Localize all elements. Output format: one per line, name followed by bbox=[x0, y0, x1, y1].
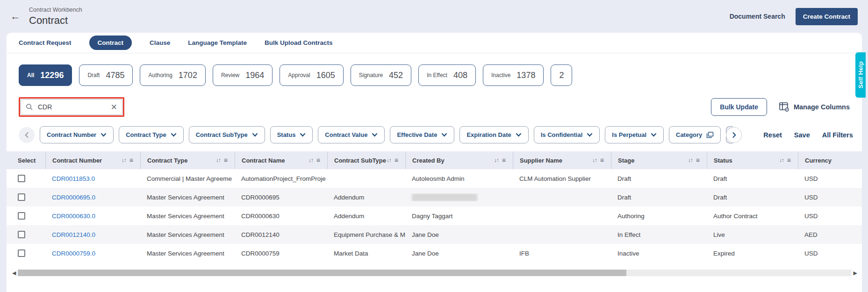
stage-cell: Draft bbox=[611, 194, 707, 201]
filter-pill-label: Effective Date bbox=[397, 131, 437, 138]
sort-icons: ↓↑≡ bbox=[779, 157, 798, 164]
stage-cell: Draft bbox=[611, 175, 707, 182]
created-by-cell: Dagny Taggart bbox=[405, 213, 513, 220]
contract-number-link[interactable]: CDR0012140.0 bbox=[52, 231, 95, 238]
sort-icon[interactable]: ↓↑ bbox=[494, 157, 499, 164]
tab-bar: Contract RequestContractClauseLanguage T… bbox=[7, 33, 862, 53]
document-search-link[interactable]: Document Search bbox=[730, 13, 785, 20]
tab-contract-request[interactable]: Contract Request bbox=[19, 39, 72, 46]
row-checkbox[interactable] bbox=[18, 249, 25, 257]
sort-icon[interactable]: ↓↑ bbox=[308, 157, 313, 164]
tab-clause[interactable]: Clause bbox=[150, 39, 170, 46]
sort-icon[interactable]: ↓↑ bbox=[779, 157, 784, 164]
filter-pill-label: Is Confidential bbox=[541, 131, 583, 138]
sort-icons: ↓↑≡ bbox=[592, 157, 611, 164]
filter-pill-label: Contract Value bbox=[325, 131, 367, 138]
column-menu-icon[interactable]: ≡ bbox=[129, 157, 133, 164]
sort-icon[interactable]: ↓↑ bbox=[592, 157, 597, 164]
self-help-tab[interactable]: Self Help bbox=[855, 52, 866, 98]
filter-pill-status[interactable]: Status bbox=[270, 126, 313, 143]
contract-number-link[interactable]: CDR0000695.0 bbox=[52, 194, 95, 201]
tab-language-template[interactable]: Language Template bbox=[188, 39, 247, 46]
status-chip-all[interactable]: All12296 bbox=[19, 64, 72, 86]
sort-icon[interactable]: ↓↑ bbox=[122, 157, 126, 164]
all-filters-button[interactable]: All Filters bbox=[822, 131, 853, 139]
column-menu-icon[interactable]: ≡ bbox=[502, 157, 506, 164]
status-chip-review[interactable]: Review1964 bbox=[213, 64, 273, 86]
column-header-label: Contract Number bbox=[52, 157, 102, 164]
currency-cell: AED bbox=[798, 231, 862, 238]
chip-count: 2 bbox=[559, 71, 564, 80]
row-checkbox[interactable] bbox=[18, 175, 25, 182]
row-checkbox[interactable] bbox=[18, 231, 25, 238]
status-chip-draft[interactable]: Draft4785 bbox=[79, 64, 133, 86]
filter-pill-expiration-date[interactable]: Expiration Date bbox=[459, 126, 528, 143]
tab-contract[interactable]: Contract bbox=[89, 36, 132, 50]
sort-icon[interactable]: ↓↑ bbox=[216, 157, 221, 164]
filter-pill-contract-number[interactable]: Contract Number bbox=[40, 126, 114, 143]
scrollbar-track[interactable] bbox=[18, 270, 851, 276]
contract-number-link[interactable]: CDR0000759.0 bbox=[52, 250, 95, 257]
status-chip-extra[interactable]: 2 bbox=[551, 64, 572, 86]
filter-pill-is-confidential[interactable]: Is Confidential bbox=[534, 126, 600, 143]
column-menu-icon[interactable]: ≡ bbox=[787, 157, 791, 164]
filter-pill-label: Expiration Date bbox=[466, 131, 511, 138]
status-cell: Live bbox=[707, 231, 798, 238]
status-chip-approval[interactable]: Approval1605 bbox=[280, 64, 343, 86]
breadcrumb: Contract Workbench bbox=[29, 7, 82, 13]
bulk-update-button[interactable]: Bulk Update bbox=[711, 98, 767, 116]
contract-type-cell: Master Services Agreement bbox=[140, 231, 235, 238]
filters-prev-button[interactable] bbox=[19, 127, 35, 143]
row-checkbox[interactable] bbox=[18, 193, 25, 201]
contract-subtype-cell: Addendum bbox=[327, 194, 405, 201]
back-arrow-icon[interactable]: ← bbox=[7, 9, 24, 23]
contract-number-link[interactable]: CDR0000630.0 bbox=[52, 213, 95, 220]
filter-pill-is-perpetual[interactable]: Is Perpetual bbox=[605, 126, 664, 143]
column-menu-icon[interactable]: ≡ bbox=[316, 157, 320, 164]
scrollbar-thumb[interactable] bbox=[18, 270, 626, 276]
sort-icon[interactable]: ↓↑ bbox=[688, 157, 693, 164]
filter-pill-contract-type[interactable]: Contract Type bbox=[119, 126, 183, 143]
column-menu-icon[interactable]: ≡ bbox=[600, 157, 604, 164]
chip-count: 452 bbox=[389, 71, 403, 80]
status-chip-signature[interactable]: Signature452 bbox=[351, 64, 411, 86]
chip-label: Review bbox=[221, 72, 239, 78]
search-icon bbox=[26, 103, 33, 111]
chevron-down-icon bbox=[441, 133, 447, 137]
sort-icons: ↓↑≡ bbox=[688, 157, 707, 164]
sort-icon[interactable]: ↓↑ bbox=[387, 157, 391, 164]
select-cell bbox=[7, 212, 45, 220]
filters-next-button[interactable] bbox=[726, 127, 742, 143]
create-contract-button[interactable]: Create Contract bbox=[796, 8, 858, 25]
horizontal-scrollbar: ◀ ▶ bbox=[7, 269, 862, 277]
created-by-cell bbox=[405, 193, 513, 201]
chip-count: 12296 bbox=[40, 71, 64, 80]
filter-pill-effective-date[interactable]: Effective Date bbox=[390, 126, 454, 143]
search-input[interactable] bbox=[38, 103, 106, 111]
stage-cell: Authoring bbox=[611, 213, 707, 220]
status-chip-in-effect[interactable]: In Effect408 bbox=[418, 64, 476, 86]
tab-bulk-upload-contracts[interactable]: Bulk Upload Contracts bbox=[265, 39, 333, 46]
status-chip-inactive[interactable]: Inactive1378 bbox=[483, 64, 544, 86]
status-cell: Draft bbox=[707, 194, 798, 201]
filter-pill-contract-subtype[interactable]: Contract SubType bbox=[189, 126, 265, 143]
reset-button[interactable]: Reset bbox=[763, 131, 782, 139]
contract-number-link[interactable]: CDR0011853.0 bbox=[52, 175, 95, 182]
column-menu-icon[interactable]: ≡ bbox=[696, 157, 700, 164]
save-button[interactable]: Save bbox=[794, 131, 810, 139]
status-chip-authoring[interactable]: Authoring1702 bbox=[140, 64, 205, 86]
search-box[interactable]: ✕ bbox=[21, 99, 122, 115]
table-row: CDR0000695.0Master Services AgreementCDR… bbox=[7, 188, 862, 207]
stage-cell: Inactive bbox=[611, 250, 707, 257]
scroll-left-icon[interactable]: ◀ bbox=[10, 270, 18, 276]
filter-pill-category[interactable]: Category bbox=[669, 126, 721, 143]
column-header-created-by: Created By↓↑≡ bbox=[405, 151, 513, 169]
select-cell bbox=[7, 175, 45, 182]
clear-search-icon[interactable]: ✕ bbox=[111, 103, 117, 111]
scroll-right-icon[interactable]: ▶ bbox=[852, 270, 859, 276]
column-menu-icon[interactable]: ≡ bbox=[395, 157, 398, 164]
filter-pill-contract-value[interactable]: Contract Value bbox=[318, 126, 385, 143]
manage-columns-button[interactable]: Manage Columns bbox=[779, 102, 850, 112]
column-menu-icon[interactable]: ≡ bbox=[224, 157, 228, 164]
row-checkbox[interactable] bbox=[18, 212, 25, 220]
